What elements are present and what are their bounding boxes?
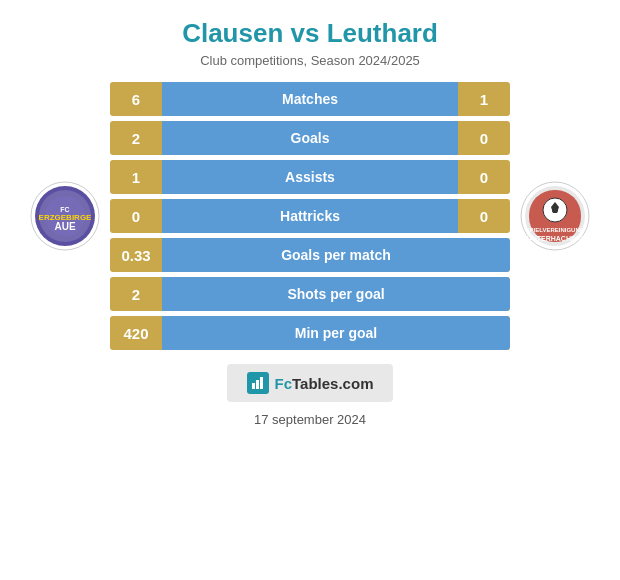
- stat-label: Shots per goal: [287, 286, 384, 302]
- svg-text:FC: FC: [60, 206, 69, 213]
- stat-right-value: 1: [458, 91, 510, 108]
- svg-text:UNTERHACHING: UNTERHACHING: [527, 235, 584, 242]
- stat-left-value: 1: [110, 169, 162, 186]
- stat-left-value: 6: [110, 91, 162, 108]
- fctables-banner: FcTables.com: [227, 364, 394, 402]
- right-team-logo: SPIELVEREINIGUNG UNTERHACHING: [510, 180, 600, 252]
- stat-right-value: 0: [458, 208, 510, 225]
- stat-label: Goals: [291, 130, 330, 146]
- stat-label: Hattricks: [280, 208, 340, 224]
- left-team-logo: FC ERZGEBIRGE AUE: [20, 180, 110, 252]
- page-wrapper: Clausen vs Leuthard Club competitions, S…: [0, 0, 620, 580]
- svg-rect-16: [256, 380, 259, 389]
- stat-label: Matches: [282, 91, 338, 107]
- stat-row: 6Matches1: [110, 82, 510, 116]
- stat-bar: Min per goal: [162, 316, 510, 350]
- stat-left-value: 0: [110, 208, 162, 225]
- fctables-text: FcTables.com: [275, 375, 374, 392]
- stat-row: 420Min per goal: [110, 316, 510, 350]
- stat-bar: Shots per goal: [162, 277, 510, 311]
- stat-row: 1Assists0: [110, 160, 510, 194]
- stat-left-value: 2: [110, 130, 162, 147]
- stat-left-value: 420: [110, 325, 162, 342]
- svg-text:AUE: AUE: [54, 221, 75, 232]
- stat-row: 2Shots per goal: [110, 277, 510, 311]
- stat-bar: Matches: [162, 82, 458, 116]
- stat-label: Min per goal: [295, 325, 377, 341]
- match-subtitle: Club competitions, Season 2024/2025: [200, 53, 420, 68]
- date-text: 17 september 2024: [254, 412, 366, 427]
- stat-row: 0Hattricks0: [110, 199, 510, 233]
- main-content: FC ERZGEBIRGE AUE 6Matches12Goals01Assis…: [20, 82, 600, 350]
- stat-label: Goals per match: [281, 247, 391, 263]
- stat-bar: Hattricks: [162, 199, 458, 233]
- fctables-icon: [247, 372, 269, 394]
- svg-rect-15: [252, 383, 255, 389]
- stat-left-value: 0.33: [110, 247, 162, 264]
- stat-left-value: 2: [110, 286, 162, 303]
- stat-right-value: 0: [458, 130, 510, 147]
- match-title: Clausen vs Leuthard: [182, 18, 438, 49]
- stat-row: 2Goals0: [110, 121, 510, 155]
- stat-label: Assists: [285, 169, 335, 185]
- svg-text:SPIELVEREINIGUNG: SPIELVEREINIGUNG: [526, 227, 585, 233]
- stat-bar: Assists: [162, 160, 458, 194]
- stats-section: 6Matches12Goals01Assists00Hattricks00.33…: [110, 82, 510, 350]
- svg-point-12: [552, 207, 558, 213]
- stat-bar: Goals: [162, 121, 458, 155]
- stat-bar: Goals per match: [162, 238, 510, 272]
- stat-row: 0.33Goals per match: [110, 238, 510, 272]
- stat-right-value: 0: [458, 169, 510, 186]
- svg-rect-17: [260, 377, 263, 389]
